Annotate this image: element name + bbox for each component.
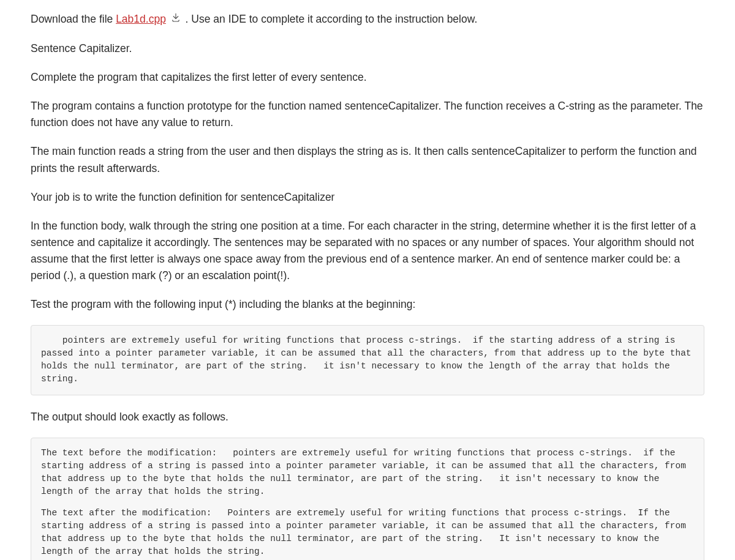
task-paragraph: Your job is to write the function defini… [31, 189, 704, 206]
output-intro-paragraph: The output should look exactly as follow… [31, 409, 704, 425]
intro-paragraph: Download the file Lab1d.cpp . Use an IDE… [31, 11, 704, 28]
intro-suffix: . Use an IDE to complete it according to… [183, 13, 478, 25]
file-download-link[interactable]: Lab1d.cpp [116, 13, 166, 25]
output-before-text: The text before the modification: pointe… [41, 447, 694, 498]
main-function-paragraph: The main function reads a string from th… [31, 143, 704, 176]
overview-paragraph: Complete the program that capitalizes th… [31, 69, 704, 86]
intro-prefix: Download the file [31, 13, 116, 25]
test-input-paragraph: Test the program with the following inpu… [31, 296, 704, 313]
algorithm-paragraph: In the function body, walk through the s… [31, 218, 704, 285]
input-code-block: pointers are extremely useful for writin… [31, 325, 704, 395]
output-code-block: The text before the modification: pointe… [31, 438, 704, 560]
output-after-text: The text after the modification: Pointer… [41, 507, 694, 558]
prototype-paragraph: The program contains a function prototyp… [31, 98, 704, 131]
title-paragraph: Sentence Capitalizer. [31, 40, 704, 57]
download-icon[interactable] [170, 12, 181, 28]
